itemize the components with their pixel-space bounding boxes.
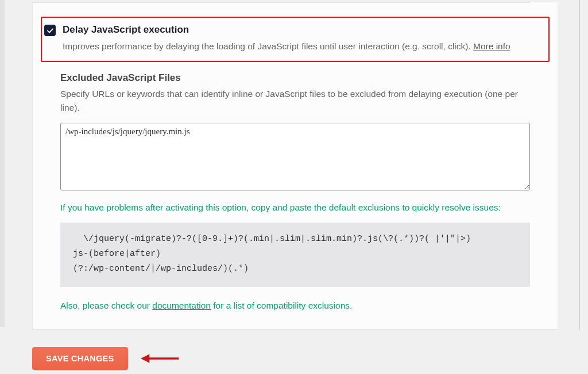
excluded-title: Excluded JavaScript Files xyxy=(60,72,530,84)
delay-js-setting: Delay JavaScript execution Improves perf… xyxy=(41,17,550,62)
excluded-description: Specify URLs or keywords that can identi… xyxy=(60,87,530,115)
hint-text: If you have problems after activating th… xyxy=(60,201,530,214)
default-exclusions-code: \/jquery(-migrate)?-?([0-9.]+)?(.min|.sl… xyxy=(60,223,530,287)
setting-title: Delay JavaScript execution xyxy=(63,24,510,36)
checkmark-icon xyxy=(47,27,54,34)
settings-panel: Delay JavaScript execution Improves perf… xyxy=(32,2,558,330)
save-row: SAVE CHANGES xyxy=(32,347,588,370)
arrow-left-icon xyxy=(141,351,180,366)
excluded-section: Excluded JavaScript Files Specify URLs o… xyxy=(60,72,530,311)
doc-line-prefix: Also, please check our xyxy=(60,301,152,310)
arrow-annotation xyxy=(141,351,180,366)
setting-desc-text: Improves performance by delaying the loa… xyxy=(63,41,473,51)
doc-line-suffix: for a list of compatibility exclusions. xyxy=(211,301,352,310)
setting-description: Improves performance by delaying the loa… xyxy=(63,40,510,53)
left-rail-decor xyxy=(0,0,5,327)
documentation-line: Also, please check our documentation for… xyxy=(60,301,530,311)
documentation-link[interactable]: documentation xyxy=(152,301,211,310)
excluded-files-textarea[interactable] xyxy=(60,123,530,190)
page-wrap: Delay JavaScript execution Improves perf… xyxy=(0,2,588,370)
svg-marker-1 xyxy=(141,354,149,363)
more-info-link[interactable]: More info xyxy=(473,41,510,51)
delay-js-checkbox[interactable] xyxy=(44,25,56,36)
save-changes-button[interactable]: SAVE CHANGES xyxy=(32,347,128,370)
top-divider xyxy=(33,2,530,3)
right-rail-decor xyxy=(579,0,580,330)
delay-js-text: Delay JavaScript execution Improves perf… xyxy=(63,24,510,53)
